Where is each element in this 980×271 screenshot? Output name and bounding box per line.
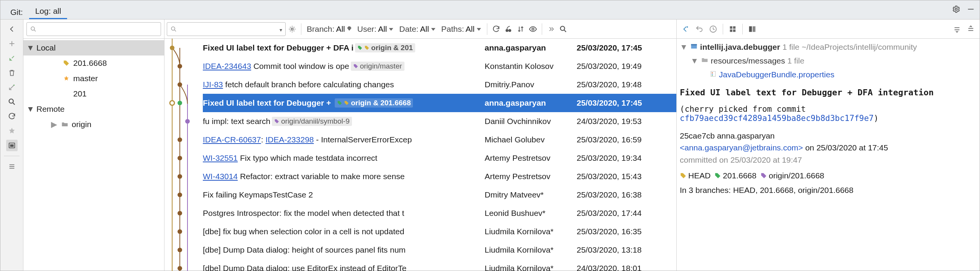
paths-filter[interactable]: Paths: All xyxy=(439,24,484,34)
log-panel: Branch: All User: All Date: All Paths: A… xyxy=(164,20,677,271)
log-toolbar: Branch: All User: All Date: All Paths: A… xyxy=(164,20,676,39)
commit-author: Michael Golubev xyxy=(485,135,577,144)
commit-row[interactable]: [dbe] Dump Data dialog: use EditorEx ins… xyxy=(203,259,676,271)
search-icon[interactable] xyxy=(557,23,569,35)
revert-icon[interactable] xyxy=(694,23,705,35)
chevron-down-icon[interactable] xyxy=(280,24,282,34)
folder-icon xyxy=(701,56,709,66)
date-filter[interactable]: Date: All xyxy=(397,24,438,34)
commit-title: Fixed UI label text for Debugger + DFA i… xyxy=(680,87,975,98)
intellisort-icon[interactable] xyxy=(515,23,526,35)
commit-row[interactable]: IJI-83 fetch default branch before calcu… xyxy=(203,75,676,94)
refs-node-remote[interactable]: ▼ Remote xyxy=(23,101,164,117)
svg-point-38 xyxy=(178,266,182,271)
commit-row[interactable]: fu impl: text searchorigin/daniil/symbol… xyxy=(203,112,676,131)
commit-row[interactable]: [dbe] Dump Data dialog: height of source… xyxy=(203,241,676,259)
svg-rect-42 xyxy=(733,26,735,28)
refresh-icon[interactable] xyxy=(490,23,502,35)
issue-link[interactable]: IDEA-CR-60637 xyxy=(203,135,261,144)
ref-pill: origin/daniil/symbol-9 xyxy=(272,117,352,126)
jump-to-source-icon[interactable] xyxy=(680,23,691,35)
commit-row[interactable]: IDEA-234643 Commit tool window is opeori… xyxy=(203,57,676,75)
outgoing-icon[interactable] xyxy=(6,82,18,93)
gear-icon[interactable] xyxy=(950,3,962,15)
refs-branch[interactable]: 201 xyxy=(23,86,164,101)
properties-file-icon xyxy=(710,70,717,79)
commit-date: 25/03/2020, 16:38 xyxy=(577,190,676,199)
left-gutter xyxy=(0,20,23,271)
refs-remote-origin[interactable]: ▶ origin xyxy=(23,117,164,132)
commit-date: 25/03/2020, 17:45 xyxy=(577,43,676,52)
svg-line-21 xyxy=(564,30,566,32)
commit-row[interactable]: WI-43014 Refactor: extract variable to m… xyxy=(203,167,676,186)
commit-body: (cherry picked from commit cfb79aecd39cf… xyxy=(680,104,975,123)
more-icon[interactable] xyxy=(545,23,557,35)
cherry-pick-icon[interactable] xyxy=(503,23,514,35)
svg-point-25 xyxy=(170,46,174,50)
collapse-icon[interactable] xyxy=(965,23,977,35)
group-icon[interactable] xyxy=(727,23,738,35)
commit-date: 25/03/2020, 16:35 xyxy=(577,227,676,236)
branch-filter[interactable]: Branch: All xyxy=(304,24,354,34)
eye-icon[interactable] xyxy=(527,23,539,35)
incoming-icon[interactable] xyxy=(6,52,18,64)
refs-branch[interactable]: master xyxy=(23,71,164,86)
author-email[interactable]: <anna.gasparyan@jetbrains.com> xyxy=(680,143,803,152)
preview-icon[interactable] xyxy=(6,140,18,151)
log-search-input[interactable] xyxy=(167,22,286,36)
git-label[interactable]: Git: xyxy=(4,5,29,19)
commit-row[interactable]: Fixed UI label text for Debugger + DFA i… xyxy=(203,39,676,57)
commit-date: 25/03/2020, 15:43 xyxy=(577,172,676,181)
commit-author: anna.gasparyan xyxy=(485,98,577,108)
history-icon[interactable] xyxy=(707,23,719,35)
svg-point-28 xyxy=(170,101,174,105)
commit-row[interactable]: Postgres Introspector: fix the model whe… xyxy=(203,204,676,222)
commit-hash-link[interactable]: cfb79aecd39cf4289a1459ba8ec9b8d3bc17f9e7 xyxy=(680,114,874,123)
refs-search-input[interactable] xyxy=(26,22,161,36)
commit-author: Artemy Pestretsov xyxy=(485,153,577,163)
log-tab[interactable]: Log: all xyxy=(29,3,67,19)
refresh-icon[interactable] xyxy=(6,111,18,122)
chevron-right-icon: ▶ xyxy=(50,120,58,129)
refs-branch[interactable]: 201.6668 xyxy=(23,56,164,71)
commit-row[interactable]: Fixed UI label text for Debugger + origi… xyxy=(203,94,676,112)
issue-link[interactable]: WI-43014 xyxy=(203,172,238,181)
top-tab-bar: Git: Log: all xyxy=(0,0,980,20)
minimize-icon[interactable] xyxy=(965,3,977,15)
layout-icon[interactable] xyxy=(6,161,18,172)
commit-author: Daniil Ovchinnikov xyxy=(485,117,577,126)
issue-link[interactable]: IJI-83 xyxy=(203,80,223,89)
svg-point-34 xyxy=(178,193,182,197)
svg-rect-56 xyxy=(712,75,713,76)
back-icon[interactable] xyxy=(6,23,18,35)
svg-point-29 xyxy=(178,101,182,105)
diff-preview-icon[interactable] xyxy=(747,23,758,35)
svg-point-18 xyxy=(508,29,511,32)
issue-link[interactable]: IDEA-233298 xyxy=(265,135,314,144)
commit-author: Dmitriy.Panov xyxy=(485,80,577,89)
expand-icon[interactable] xyxy=(951,23,963,35)
svg-point-16 xyxy=(291,28,293,30)
commit-refs: HEAD 201.6668 origin/201.6668 xyxy=(680,171,975,180)
issue-link[interactable]: WI-32551 xyxy=(203,153,238,162)
svg-rect-8 xyxy=(10,144,13,147)
trash-icon[interactable] xyxy=(6,67,18,78)
star-icon[interactable] xyxy=(6,125,18,137)
commit-row[interactable]: Fix failing KeymapsTestCase 2Dmitry Matv… xyxy=(203,186,676,204)
commit-list[interactable]: Fixed UI label text for Debugger + DFA i… xyxy=(203,39,676,271)
commit-row[interactable]: WI-32551 Fix typo which made testdata in… xyxy=(203,149,676,167)
add-icon[interactable] xyxy=(6,38,18,49)
user-filter[interactable]: User: All xyxy=(355,24,396,34)
commit-row[interactable]: [dbe] fix bug when selection color in a … xyxy=(203,222,676,241)
svg-rect-44 xyxy=(733,29,735,31)
svg-point-19 xyxy=(532,28,534,30)
filter-settings-icon[interactable] xyxy=(286,23,298,35)
file-tree-file[interactable]: JavaDebuggerBundle.properties xyxy=(680,68,975,82)
issue-link[interactable]: IDEA-234643 xyxy=(203,62,251,70)
file-tree-folder[interactable]: ▼ resources/messages 1 file xyxy=(680,54,975,68)
commit-row[interactable]: IDEA-CR-60637: IDEA-233298 - InternalSer… xyxy=(203,131,676,149)
refs-node-local[interactable]: ▼ Local xyxy=(23,40,164,56)
file-tree-root[interactable]: ▼ intellij.java.debugger 1 file ~/IdeaPr… xyxy=(680,40,975,54)
search-icon[interactable] xyxy=(6,96,18,108)
svg-point-20 xyxy=(560,26,564,30)
